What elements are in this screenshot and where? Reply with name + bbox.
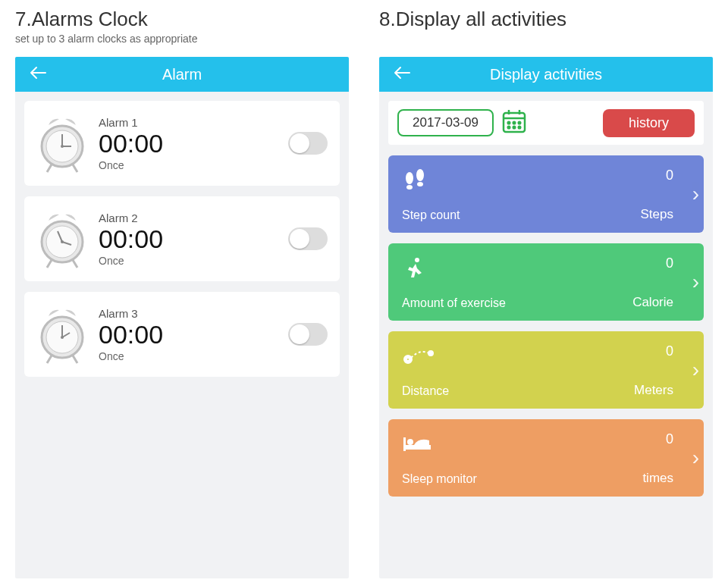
activity-unit: Meters (634, 383, 673, 398)
activity-unit: times (642, 471, 673, 486)
alarm-info: Alarm 1 00:00 Once (99, 116, 278, 171)
topbar-title: Display activities (379, 66, 713, 83)
alarm-info: Alarm 3 00:00 Once (99, 307, 278, 362)
alarm-repeat: Once (99, 255, 278, 267)
svg-point-20 (513, 122, 516, 124)
svg-point-24 (519, 127, 521, 129)
svg-point-25 (406, 172, 413, 184)
footprints-icon (402, 168, 460, 193)
section-title: 8.Display all activities (379, 8, 713, 31)
calendar-icon[interactable] (501, 108, 527, 137)
alarm-name: Alarm 2 (99, 212, 278, 224)
alarm-row[interactable]: Alarm 2 00:00 Once (24, 196, 340, 281)
topbar-title: Alarm (15, 66, 349, 83)
svg-point-29 (415, 258, 419, 262)
activity-card-sleep[interactable]: Sleep monitor 0 times › (388, 419, 704, 497)
alarm-time: 00:00 (99, 130, 278, 156)
svg-point-22 (508, 127, 510, 129)
section-subtitle: set up to 3 alarm clocks as appropriate (15, 33, 349, 46)
history-button[interactable]: history (603, 109, 695, 137)
activities-section: 8.Display all activities Display activit… (379, 8, 713, 578)
alarm-phone-screen: Alarm Alarm 1 (15, 57, 349, 578)
date-row: 2017-03-09 history (388, 101, 704, 145)
svg-point-31 (406, 358, 410, 361)
date-button[interactable]: 2017-03-09 (397, 109, 494, 136)
alarm-topbar: Alarm (15, 57, 349, 92)
chevron-right-icon: › (692, 182, 699, 206)
activity-card-distance[interactable]: Distance 0 Meters › (388, 331, 704, 409)
chevron-right-icon: › (692, 358, 699, 382)
activity-card-steps[interactable]: Step count 0 Steps › (388, 155, 704, 233)
svg-point-28 (417, 182, 423, 186)
svg-point-26 (406, 185, 413, 190)
activity-unit: Steps (641, 207, 673, 222)
alarm-time: 00:00 (99, 226, 278, 252)
route-icon (402, 343, 449, 369)
activity-value: 0 (666, 343, 673, 359)
activity-label: Step count (402, 208, 460, 222)
alarm-repeat: Once (99, 350, 278, 362)
svg-point-19 (508, 122, 510, 124)
activities-topbar: Display activities (379, 57, 713, 92)
alarm-name: Alarm 3 (99, 307, 278, 320)
alarms-section: 7.Alarms Clock set up to 3 alarm clocks … (15, 8, 349, 578)
svg-point-9 (61, 240, 64, 243)
activity-label: Distance (402, 384, 449, 398)
alarm-toggle[interactable] (288, 323, 328, 346)
svg-point-14 (61, 336, 64, 339)
svg-point-27 (416, 169, 424, 181)
running-icon (402, 255, 506, 281)
back-icon[interactable] (29, 64, 47, 85)
activities-body: 2017-03-09 history (379, 92, 713, 578)
activity-value: 0 (666, 255, 673, 271)
svg-rect-33 (403, 445, 431, 450)
chevron-right-icon: › (692, 446, 699, 470)
alarm-info: Alarm 2 00:00 Once (99, 212, 278, 267)
alarm-repeat: Once (99, 159, 278, 171)
section-subtitle (379, 33, 713, 46)
svg-point-35 (407, 439, 413, 445)
alarm-list: Alarm 1 00:00 Once (15, 92, 349, 578)
svg-point-32 (428, 351, 433, 356)
alarm-toggle[interactable] (288, 227, 328, 250)
activity-value: 0 (666, 431, 673, 447)
activity-value: 0 (666, 168, 673, 183)
alarm-name: Alarm 1 (99, 116, 278, 129)
svg-point-4 (61, 145, 64, 148)
activity-unit: Calorie (632, 295, 673, 310)
chevron-right-icon: › (692, 270, 699, 294)
alarm-clock-icon (36, 207, 88, 271)
back-icon[interactable] (393, 64, 411, 85)
svg-point-23 (513, 127, 516, 129)
alarm-toggle[interactable] (288, 132, 328, 155)
section-title: 7.Alarms Clock (15, 8, 349, 31)
svg-point-21 (519, 122, 521, 124)
alarm-time: 00:00 (99, 321, 278, 347)
alarm-row[interactable]: Alarm 1 00:00 Once (24, 101, 340, 186)
activity-label: Sleep monitor (402, 472, 477, 486)
alarm-row[interactable]: Alarm 3 00:00 Once (24, 292, 340, 377)
bed-icon (402, 431, 477, 457)
activities-phone-screen: Display activities 2017-03-09 history (379, 57, 713, 578)
alarm-clock-icon (36, 111, 88, 175)
activity-card-exercise[interactable]: Amount of exercise 0 Calorie › (388, 243, 704, 321)
alarm-clock-icon (36, 302, 88, 366)
activity-label: Amount of exercise (402, 296, 506, 310)
svg-rect-34 (403, 437, 406, 451)
